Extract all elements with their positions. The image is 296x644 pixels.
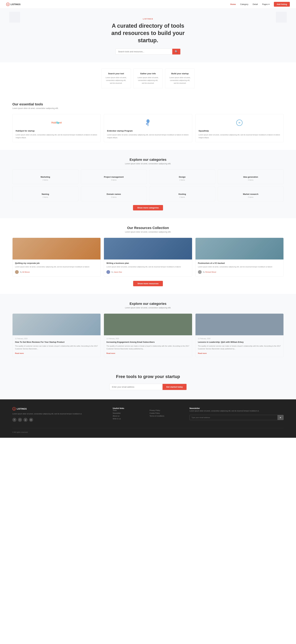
blog-image-2	[196, 314, 284, 335]
footer-about-col: ◎ LISTINGS Lorem ipsum dolor sit amet, c…	[12, 407, 107, 422]
resource-title-0: Quitting my corporate job	[15, 262, 98, 264]
blog-desc-0: The quality of customer service can make…	[15, 345, 98, 350]
blog-image-0	[12, 314, 100, 335]
category-market-research[interactable]: Market research 2 items	[218, 186, 284, 201]
blog-section-subtitle: Lorem ipsum dolor sit amet, consectetur …	[12, 307, 284, 309]
category-hosting[interactable]: Hosting 2 items	[149, 186, 215, 201]
squadhelp-logo: S!	[199, 119, 280, 126]
cta-email-input[interactable]	[109, 384, 163, 390]
category-marketing[interactable]: Marketing 2 items	[12, 170, 78, 184]
resources-title: Our Resources Collection	[12, 226, 284, 230]
blog-desc-1: The quality of customer service can make…	[106, 345, 189, 350]
embroker-logo	[107, 119, 189, 126]
logo[interactable]: ◎ LISTINGS	[6, 3, 20, 6]
cta-title: Free tools to grow your startup	[6, 374, 290, 379]
nav-link-pages[interactable]: Pages ▾	[262, 3, 270, 6]
essential-tools-section: Our essential tools Lorem ipsum dolor si…	[0, 94, 296, 150]
blog-read-more-0[interactable]: Read more	[15, 352, 24, 354]
resource-author-2: By Richard Wood	[198, 270, 281, 274]
footer-link-about[interactable]: About us	[113, 415, 146, 417]
social-facebook[interactable]: f	[12, 418, 16, 422]
category-project-management[interactable]: Project management 3 items	[81, 170, 147, 184]
footer-newsletter-input[interactable]	[190, 415, 278, 420]
blog-title-2: Lessons in Leadership: Q&A with William …	[198, 341, 281, 344]
category-name-6: Hosting	[152, 193, 212, 195]
footer-copyright: © All rights reserved.	[12, 431, 28, 433]
category-idea-generation[interactable]: Idea generation 2 items	[218, 170, 284, 184]
author-name-2: Richard Wood	[205, 271, 216, 273]
footer-social: f t y in	[12, 418, 107, 422]
svg-point-2	[146, 123, 148, 125]
footer-link-newsletter[interactable]: Newsletter	[113, 412, 146, 414]
blog-read-more-1[interactable]: Read more	[106, 352, 115, 354]
resource-image-1	[104, 238, 192, 260]
resources-grid: Quitting my corporate job Lorem ipsum do…	[12, 238, 284, 276]
category-domain-names[interactable]: Domain names 2 items	[81, 186, 147, 201]
nav-link-home[interactable]: Home	[230, 3, 236, 6]
category-naming[interactable]: Naming 2 items	[12, 186, 78, 201]
footer-link-privacy[interactable]: Privacy Policy	[150, 410, 183, 411]
blog-title-0: How To Get More Reviews For Your Startup…	[15, 341, 98, 344]
tool-name-2: Squadhelp	[199, 130, 280, 132]
tool-card-0[interactable]: HubSpot HubSpot for startup Lorem ipsum …	[12, 114, 101, 142]
tool-card-2[interactable]: S! Squadhelp Lorem ipsum dolor sit amet,…	[195, 114, 284, 142]
search-input[interactable]	[116, 49, 172, 54]
resource-card-1[interactable]: Writing a business plan Lorem ipsum dolo…	[104, 238, 192, 276]
categories-subtitle: Lorem ipsum dolor sit amet, consectetur …	[12, 162, 284, 165]
logo-icon: ◎	[6, 3, 9, 6]
footer: ◎ LISTINGS Lorem ipsum dolor sit amet, c…	[0, 399, 296, 438]
footer-link-tools[interactable]: Tools	[113, 410, 146, 411]
category-count-5: 2 items	[84, 196, 144, 198]
category-name-4: Naming	[16, 193, 75, 195]
blog-read-more-2[interactable]: Read more	[198, 352, 207, 354]
tool-name-1: Embroker startup Program	[107, 130, 189, 132]
show-more-categories-button[interactable]: Show more categories	[133, 205, 163, 210]
categories-row1: Marketing 2 items Project management 3 i…	[12, 170, 284, 184]
show-more-resources-button[interactable]: Show more resources	[133, 281, 163, 286]
hero-search-bar: 🔍	[115, 48, 181, 54]
feature-card-0: Search your tool Lorem ipsum dolor sit a…	[101, 68, 131, 88]
embroker-icon	[146, 119, 150, 126]
footer-grid: ◎ LISTINGS Lorem ipsum dolor sit amet, c…	[12, 407, 284, 422]
resource-card-0[interactable]: Quitting my corporate job Lorem ipsum do…	[12, 238, 101, 276]
blog-image-1	[104, 314, 192, 335]
category-name-1: Project management	[84, 176, 144, 178]
resource-card-2[interactable]: Postmortem of a VC-backed Lorem ipsum do…	[195, 238, 284, 276]
resource-image-0	[12, 238, 100, 260]
hero-decoration-left	[9, 12, 20, 22]
category-name-2: Design	[152, 176, 212, 178]
blog-date-0: 11 February, 2020	[15, 338, 98, 340]
blog-desc-2: The quality of customer service can make…	[198, 345, 281, 350]
footer-link-cookie[interactable]: Cookie Policy	[150, 412, 183, 414]
social-twitter[interactable]: t	[18, 418, 22, 422]
category-design[interactable]: Design 2 items	[149, 170, 215, 184]
footer-links-list: Tools Privacy Policy Newsletter Cookie P…	[113, 410, 183, 420]
footer-link-terms[interactable]: Terms & Conditions	[150, 415, 183, 417]
footer-links-col: Useful links Tools Privacy Policy Newsle…	[113, 407, 183, 422]
tool-desc-2: Lorem ipsum dolor sit amet, consectetur …	[199, 134, 280, 139]
nav-link-detail[interactable]: Detail	[253, 3, 258, 6]
nav-link-category[interactable]: Category	[240, 3, 248, 6]
category-count-7: 2 items	[221, 196, 281, 198]
cta-submit-button[interactable]: Get started today	[163, 384, 187, 390]
blog-card-2[interactable]: 11 February, 2020 Lessons in Leadership:…	[195, 314, 284, 357]
footer-about-text: Lorem ipsum dolor sit amet, consectetur …	[12, 412, 107, 415]
search-button[interactable]: 🔍	[172, 49, 180, 54]
footer-link-write[interactable]: Write to us	[113, 418, 146, 420]
footer-newsletter-form: ➤	[189, 415, 284, 420]
social-youtube[interactable]: y	[23, 418, 27, 422]
social-linkedin[interactable]: in	[29, 418, 33, 422]
blog-card-0[interactable]: 11 February, 2020 How To Get More Review…	[12, 314, 101, 357]
feature-desc-2: Lorem ipsum dolor sit amet, consectetur …	[168, 76, 191, 84]
category-count-1: 3 items	[84, 179, 144, 181]
tool-card-1[interactable]: Embroker startup Program Lorem ipsum dol…	[104, 114, 192, 142]
footer-logo-text: LISTINGS	[17, 408, 27, 410]
cta-form: Get started today	[109, 384, 187, 390]
footer-newsletter-desc: Lorem ipsum dolor sit amet, consectetur …	[189, 410, 284, 412]
resource-image-2	[196, 238, 284, 260]
hero-title: A curated directory of tools and resourc…	[109, 22, 187, 44]
add-listing-button[interactable]: Add listing	[274, 2, 290, 7]
footer-newsletter-col: Newsletter Lorem ipsum dolor sit amet, c…	[189, 407, 284, 422]
footer-newsletter-submit[interactable]: ➤	[278, 415, 284, 420]
blog-card-1[interactable]: 11 February, 2020 Increasing Engagement …	[104, 314, 192, 357]
